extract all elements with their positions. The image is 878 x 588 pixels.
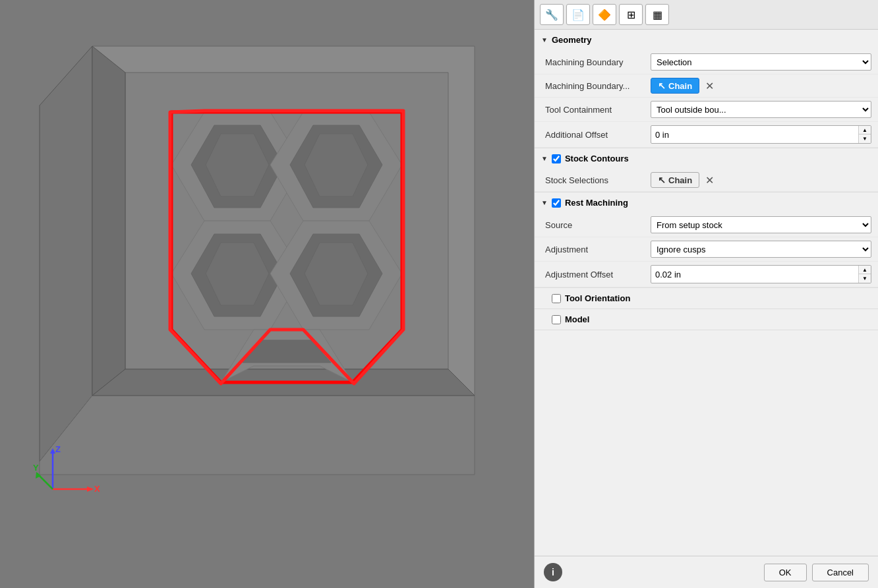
label-stock-selections: Stock Selections	[545, 175, 651, 185]
collapse-triangle-geometry: ▼	[541, 36, 548, 44]
ok-button[interactable]: OK	[764, 564, 807, 581]
svg-marker-1	[40, 46, 92, 461]
control-stock-chain: ↖ Chain ✕	[651, 172, 871, 188]
label-machining-boundary-chain: Machining Boundary...	[545, 81, 651, 91]
svg-marker-3	[125, 73, 448, 369]
input-additional-offset[interactable]	[651, 128, 858, 142]
svg-marker-4	[92, 46, 125, 396]
label-adjustment-offset: Adjustment Offset	[545, 270, 651, 279]
row-machining-boundary-chain: Machining Boundary... ↖ Chain ✕	[535, 74, 878, 98]
control-additional-offset: ▲ ▼	[651, 125, 871, 144]
checkbox-model[interactable]	[552, 315, 561, 324]
section-tool-orientation-label: Tool Orientation	[565, 293, 630, 303]
control-adjustment-offset: ▲ ▼	[651, 265, 871, 283]
input-adjustment-offset[interactable]	[651, 268, 858, 281]
spin-up-additional-offset[interactable]: ▲	[859, 126, 871, 134]
toolbar-btn-2[interactable]: 📄	[566, 4, 590, 25]
checkbox-rest-machining[interactable]	[552, 198, 561, 208]
row-adjustment: Adjustment Ignore cusps Keep cusps	[535, 237, 878, 262]
spin-down-additional-offset[interactable]: ▼	[859, 134, 871, 143]
info-button[interactable]: i	[544, 563, 562, 581]
section-rest-machining-header[interactable]: ▼ Rest Machining	[535, 192, 878, 213]
section-geometry: ▼ Geometry Machining Boundary Selection …	[535, 30, 878, 148]
label-additional-offset: Additional Offset	[545, 130, 651, 140]
y-axis-label: Y	[33, 463, 39, 473]
section-tool-orientation: ▼ Tool Orientation	[535, 288, 878, 309]
spin-down-adjustment-offset[interactable]: ▼	[859, 274, 871, 283]
chain-close-button[interactable]: ✕	[702, 78, 717, 93]
section-model-label: Model	[565, 314, 590, 324]
panel-toolbar: 🔧 📄 🔶 ⊞ ▦	[535, 0, 878, 30]
stock-chain-cursor-icon: ↖	[658, 175, 666, 185]
spinner-adjustment-offset: ▲ ▼	[858, 266, 871, 283]
z-axis-label: Z	[55, 444, 61, 454]
stock-chain-close-button[interactable]: ✕	[702, 173, 717, 187]
section-geometry-header[interactable]: ▼ Geometry	[535, 30, 878, 50]
scene-svg	[26, 26, 514, 488]
row-stock-selections: Stock Selections ↖ Chain ✕	[535, 169, 878, 192]
toolbar-btn-1[interactable]: 🔧	[540, 4, 564, 25]
collapse-triangle-rest: ▼	[541, 199, 548, 206]
checkbox-stock-contours[interactable]	[552, 154, 561, 163]
label-machining-boundary: Machining Boundary	[545, 57, 651, 67]
x-axis-label: X	[94, 484, 100, 494]
svg-marker-25	[87, 486, 94, 492]
properties-panel: 🔧 📄 🔶 ⊞ ▦ ▼ Geometry Machining Boundary …	[534, 0, 878, 588]
label-source: Source	[545, 220, 651, 230]
row-additional-offset: Additional Offset ▲ ▼	[535, 122, 878, 148]
toolbar-btn-4[interactable]: ⊞	[619, 4, 643, 25]
section-rest-machining-label: Rest Machining	[565, 198, 628, 208]
chain-button-label: Chain	[668, 81, 692, 91]
section-rest-machining: ▼ Rest Machining Source From setup stock…	[535, 192, 878, 288]
panel-content: ▼ Geometry Machining Boundary Selection …	[535, 30, 878, 556]
toolbar-btn-5[interactable]: ▦	[645, 4, 669, 25]
chain-cursor-icon: ↖	[658, 80, 666, 91]
control-source: From setup stock From prior operation	[651, 216, 871, 233]
row-machining-boundary: Machining Boundary Selection Model Silho…	[535, 50, 878, 74]
row-source: Source From setup stock From prior opera…	[535, 213, 878, 237]
collapse-triangle-stock: ▼	[541, 155, 548, 162]
control-tool-containment: Tool outside bou... Tool inside boundary…	[651, 101, 871, 118]
section-model: ▼ Model	[535, 309, 878, 330]
spinner-additional-offset: ▲ ▼	[858, 126, 871, 143]
row-adjustment-offset: Adjustment Offset ▲ ▼	[535, 262, 878, 287]
section-stock-contours: ▼ Stock Contours Stock Selections ↖ Chai…	[535, 148, 878, 192]
3d-viewport: Z X Y	[0, 0, 534, 588]
select-adjustment[interactable]: Ignore cusps Keep cusps	[651, 241, 871, 258]
stock-chain-label: Chain	[668, 175, 692, 185]
label-adjustment: Adjustment	[545, 245, 651, 254]
panel-footer: i OK Cancel	[535, 556, 878, 588]
num-input-adjustment-offset: ▲ ▼	[651, 265, 871, 283]
label-tool-containment: Tool Containment	[545, 105, 651, 115]
spin-up-adjustment-offset[interactable]: ▲	[859, 266, 871, 274]
select-tool-containment[interactable]: Tool outside bou... Tool inside boundary…	[651, 101, 871, 118]
checkbox-tool-orientation[interactable]	[552, 294, 561, 303]
section-stock-contours-label: Stock Contours	[565, 154, 629, 163]
section-model-header[interactable]: ▼ Model	[535, 309, 878, 330]
control-machining-boundary: Selection Model Silhouette	[651, 53, 871, 71]
control-adjustment: Ignore cusps Keep cusps	[651, 241, 871, 258]
section-stock-contours-header[interactable]: ▼ Stock Contours	[535, 148, 878, 169]
toolbar-btn-3[interactable]: 🔶	[593, 4, 616, 25]
select-machining-boundary[interactable]: Selection Model Silhouette	[651, 53, 871, 71]
chain-button-stock[interactable]: ↖ Chain	[651, 172, 699, 188]
row-tool-containment: Tool Containment Tool outside bou... Too…	[535, 98, 878, 122]
chain-button-active[interactable]: ↖ Chain	[651, 78, 699, 94]
section-tool-orientation-header[interactable]: ▼ Tool Orientation	[535, 288, 878, 309]
svg-marker-23	[50, 448, 55, 454]
select-source[interactable]: From setup stock From prior operation	[651, 216, 871, 233]
cancel-button[interactable]: Cancel	[812, 564, 869, 581]
axes-svg: Z X Y	[33, 443, 105, 502]
num-input-additional-offset: ▲ ▼	[651, 125, 871, 144]
control-chain-active: ↖ Chain ✕	[651, 78, 871, 94]
section-geometry-label: Geometry	[552, 35, 592, 45]
